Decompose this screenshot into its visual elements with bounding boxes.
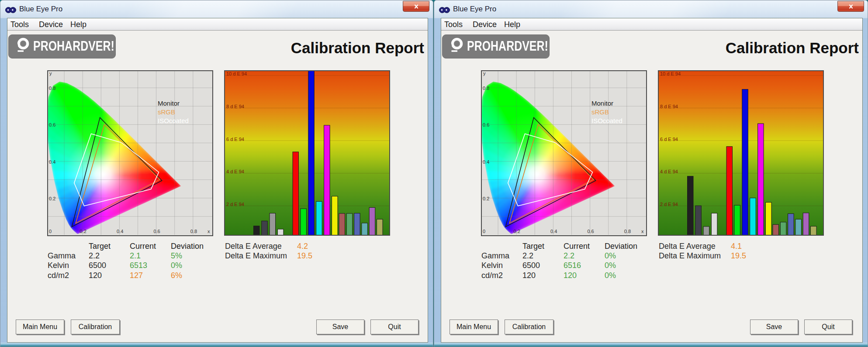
svg-text:2 d E 94: 2 d E 94 xyxy=(660,202,678,207)
svg-text:0.2: 0.2 xyxy=(514,229,520,234)
svg-text:x: x xyxy=(641,229,644,234)
svg-text:0.2: 0.2 xyxy=(483,196,489,201)
svg-text:0.6: 0.6 xyxy=(153,229,160,234)
svg-text:0: 0 xyxy=(49,229,52,234)
svg-text:y: y xyxy=(483,71,486,76)
svg-text:ISOcoated: ISOcoated xyxy=(591,117,622,124)
svg-text:0.6: 0.6 xyxy=(587,229,594,234)
svg-text:0.6: 0.6 xyxy=(49,122,55,127)
svg-text:y: y xyxy=(49,71,52,76)
svg-text:6 d E 94: 6 d E 94 xyxy=(660,137,678,142)
svg-text:0.4: 0.4 xyxy=(49,159,55,165)
svg-text:4 d E 94: 4 d E 94 xyxy=(226,169,244,174)
svg-text:10 d E 94: 10 d E 94 xyxy=(660,71,681,76)
svg-text:4 d E 94: 4 d E 94 xyxy=(660,169,678,174)
svg-text:0.8: 0.8 xyxy=(49,86,55,91)
svg-text:0.8: 0.8 xyxy=(483,86,489,91)
svg-text:0.4: 0.4 xyxy=(483,159,489,165)
svg-text:0.4: 0.4 xyxy=(117,229,123,234)
svg-text:sRGB: sRGB xyxy=(158,108,175,116)
svg-text:0.8: 0.8 xyxy=(190,229,197,234)
svg-text:0.6: 0.6 xyxy=(483,122,489,127)
svg-text:8 d E 94: 8 d E 94 xyxy=(660,104,678,109)
svg-text:0.2: 0.2 xyxy=(80,229,86,234)
svg-text:0.4: 0.4 xyxy=(550,229,557,234)
svg-text:x: x xyxy=(207,229,210,234)
svg-text:10 d E 94: 10 d E 94 xyxy=(226,71,247,76)
svg-text:2 d E 94: 2 d E 94 xyxy=(226,202,244,207)
svg-text:Monitor: Monitor xyxy=(591,100,613,107)
svg-text:ISOcoated: ISOcoated xyxy=(158,117,189,124)
svg-text:Monitor: Monitor xyxy=(158,100,180,107)
svg-text:0: 0 xyxy=(483,229,485,234)
svg-text:6 d E 94: 6 d E 94 xyxy=(226,137,244,142)
svg-text:8 d E 94: 8 d E 94 xyxy=(226,104,244,109)
svg-text:0.8: 0.8 xyxy=(624,229,631,234)
svg-text:sRGB: sRGB xyxy=(591,108,609,116)
svg-text:0.2: 0.2 xyxy=(49,196,55,201)
